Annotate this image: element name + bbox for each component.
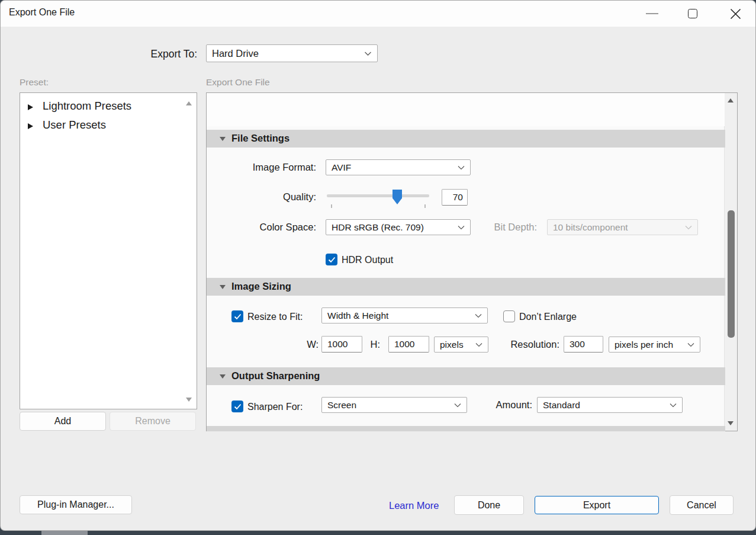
resize-mode-dropdown[interactable]: Width & Height: [321, 307, 488, 323]
resolution-input[interactable]: 300: [564, 336, 603, 353]
width-label: W:: [289, 336, 319, 352]
sharpen-for-checkbox[interactable]: [231, 401, 243, 412]
close-icon: [730, 8, 741, 20]
section-header-image-sizing[interactable]: Image Sizing: [207, 278, 725, 296]
scroll-down-icon[interactable]: [728, 421, 734, 425]
chevron-down-icon: [458, 165, 465, 170]
add-button[interactable]: Add: [20, 412, 106, 431]
maximize-icon: [688, 9, 697, 18]
done-button[interactable]: Done: [454, 495, 524, 515]
chevron-down-icon: [685, 225, 692, 230]
export-dialog: Export One File Export To: Hard Drive Pr…: [0, 0, 756, 531]
learn-more-link[interactable]: Learn More: [389, 500, 439, 511]
resize-to-fit-checkbox[interactable]: [231, 310, 243, 322]
minimize-button[interactable]: [638, 1, 665, 27]
expand-arrow-icon[interactable]: [28, 123, 33, 129]
preset-item-lightroom[interactable]: Lightroom Presets: [20, 98, 197, 117]
amount-label: Amount:: [467, 397, 532, 413]
maximize-button[interactable]: [679, 1, 706, 27]
chevron-down-icon: [475, 342, 482, 347]
cancel-button[interactable]: Cancel: [670, 495, 734, 515]
bit-depth-label: Bit Depth:: [461, 219, 537, 235]
slider-tick: [424, 204, 426, 208]
image-format-dropdown[interactable]: AVIF: [326, 159, 471, 175]
preset-item-user[interactable]: User Presets: [20, 117, 197, 136]
dont-enlarge-label: Don’t Enlarge: [519, 310, 577, 323]
resolution-label: Resolution:: [482, 337, 559, 353]
chevron-down-icon: [687, 342, 694, 347]
quality-slider-track[interactable]: [327, 194, 429, 197]
chevron-down-icon: [454, 403, 461, 408]
scroll-up-icon[interactable]: [186, 101, 192, 105]
export-to-label: Export To:: [89, 48, 197, 60]
dont-enlarge-checkbox[interactable]: [503, 310, 515, 322]
resize-to-fit-label: Resize to Fit:: [247, 310, 303, 323]
sharpen-for-dropdown[interactable]: Screen: [321, 397, 467, 413]
sharpen-for-label: Sharpen For:: [247, 401, 303, 413]
collapse-arrow-icon[interactable]: [220, 137, 226, 141]
quality-slider-handle[interactable]: [393, 190, 402, 204]
section-header-output-sharpening[interactable]: Output Sharpening: [207, 367, 725, 385]
scrollbar-thumb[interactable]: [728, 210, 735, 338]
color-space-dropdown[interactable]: HDR sRGB (Rec. 709): [326, 219, 471, 235]
export-button[interactable]: Export: [535, 496, 659, 514]
check-icon: [234, 313, 242, 320]
collapse-arrow-icon[interactable]: [220, 285, 226, 289]
scroll-up-icon[interactable]: [728, 98, 734, 102]
hdr-output-label: HDR Output: [342, 254, 393, 266]
taskbar-fragment: [41, 531, 88, 535]
settings-panel-label: Export One File: [206, 77, 270, 88]
preset-item-label: User Presets: [43, 118, 106, 132]
image-format-label: Image Format:: [207, 159, 316, 175]
preset-label: Preset:: [20, 77, 49, 88]
slider-tick: [331, 204, 332, 208]
panel-scrollbar[interactable]: [724, 93, 737, 431]
preset-list: Lightroom Presets User Presets: [20, 92, 197, 409]
section-header-file-settings[interactable]: File Settings: [207, 130, 725, 148]
check-icon: [328, 257, 336, 263]
collapse-arrow-icon[interactable]: [220, 374, 226, 379]
hdr-output-checkbox[interactable]: [326, 254, 337, 265]
resolution-unit-dropdown[interactable]: pixels per inch: [609, 337, 700, 353]
minimize-icon: [646, 13, 658, 14]
panel-top-spacer: [207, 93, 725, 126]
check-icon: [234, 403, 242, 410]
unit-dropdown[interactable]: pixels: [434, 337, 488, 353]
dialog-title: Export One File: [9, 7, 75, 18]
amount-dropdown[interactable]: Standard: [537, 397, 683, 413]
height-label: H:: [356, 336, 380, 352]
plugin-manager-button[interactable]: Plug-in Manager...: [20, 495, 132, 514]
color-space-label: Color Space:: [207, 219, 316, 235]
chevron-down-icon: [475, 313, 482, 318]
quality-value-input[interactable]: 70: [442, 189, 468, 206]
scroll-down-icon[interactable]: [186, 398, 192, 402]
height-input[interactable]: 1000: [388, 336, 429, 353]
bit-depth-dropdown: 10 bits/component: [547, 219, 698, 235]
remove-button[interactable]: Remove: [110, 412, 196, 431]
close-button[interactable]: [722, 1, 749, 27]
expand-arrow-icon[interactable]: [28, 104, 33, 110]
export-to-value: Hard Drive: [212, 48, 259, 59]
titlebar: Export One File: [1, 1, 755, 27]
section-header-partial[interactable]: [207, 426, 725, 431]
export-to-dropdown[interactable]: Hard Drive: [206, 44, 378, 62]
preset-item-label: Lightroom Presets: [43, 100, 131, 113]
settings-panel: File Settings Image Format: AVIF Quality…: [206, 92, 738, 431]
quality-label: Quality:: [207, 189, 316, 205]
chevron-down-icon: [670, 403, 677, 408]
chevron-down-icon: [364, 51, 372, 56]
